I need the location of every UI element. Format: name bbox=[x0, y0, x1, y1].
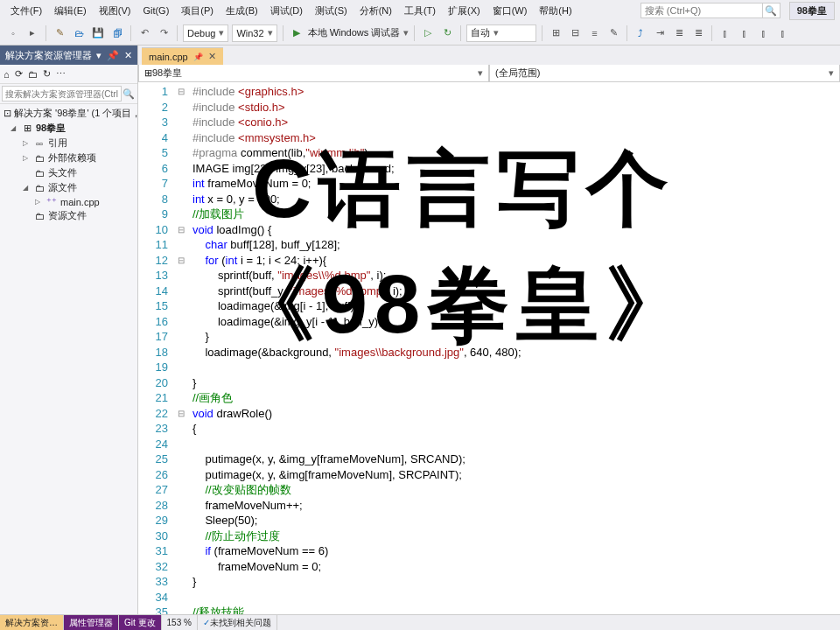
sidebar-header: 解决方案资源管理器 ▾ 📌 ✕ bbox=[0, 46, 137, 65]
sidebar-toolbar: ⌂ ⟳ 🗀 ↻ ⋯ bbox=[0, 65, 137, 84]
toolbar: ◦ ▸ ✎ 🗁 💾 🗐 ↶ ↷ Debug Win32 ▶ 本地 Windows… bbox=[0, 21, 840, 46]
menu-item[interactable]: 生成(B) bbox=[220, 2, 263, 20]
tb-icon-4[interactable]: ✎ bbox=[606, 25, 621, 41]
save-icon[interactable]: 💾 bbox=[90, 25, 106, 41]
menu-item[interactable]: 分析(N) bbox=[354, 2, 397, 20]
status-msg: ✓ 未找到相关问题 bbox=[198, 615, 277, 630]
debug-target[interactable]: 本地 Windows 调试器 bbox=[308, 26, 401, 39]
sidebar-search: 🔍 bbox=[0, 84, 137, 104]
tb-icon-8[interactable]: ≣ bbox=[690, 25, 706, 41]
solution-explorer: 解决方案资源管理器 ▾ 📌 ✕ ⌂ ⟳ 🗀 ↻ ⋯ 🔍 ⊡解决方案 '98拳皇'… bbox=[0, 46, 138, 614]
search-input[interactable] bbox=[640, 3, 763, 18]
scope-project[interactable]: ⊞ 98拳皇 bbox=[138, 65, 489, 81]
tb-icon-2[interactable]: ⊟ bbox=[567, 25, 583, 41]
menu-item[interactable]: Git(G) bbox=[137, 3, 174, 18]
menu-item[interactable]: 扩展(X) bbox=[443, 2, 486, 20]
run-mode-combo[interactable]: 自动 bbox=[466, 24, 536, 42]
start-debug-icon[interactable]: ▶ bbox=[289, 25, 304, 41]
start-nodebug-icon[interactable]: ▷ bbox=[420, 25, 436, 41]
tree-source[interactable]: ◢🗀源文件 bbox=[0, 180, 137, 195]
menu-item[interactable]: 编辑(E) bbox=[49, 2, 92, 20]
search-icon[interactable]: 🔍 bbox=[122, 86, 136, 102]
status-tab-git[interactable]: Git 更改 bbox=[119, 615, 162, 630]
menu-item[interactable]: 调试(D) bbox=[265, 2, 308, 20]
solution-node[interactable]: ⊡解决方案 '98拳皇' (1 个项目，共 bbox=[0, 106, 137, 121]
code-editor[interactable]: 1234567891011121314151617181920212223242… bbox=[138, 82, 840, 614]
search-button[interactable]: 🔍 bbox=[763, 3, 780, 18]
tool-icon[interactable]: ⋯ bbox=[56, 68, 66, 80]
home-icon[interactable]: ⌂ bbox=[4, 69, 10, 80]
menu-item[interactable]: 项目(P) bbox=[176, 2, 219, 20]
tb-icon-3[interactable]: ≡ bbox=[586, 25, 602, 41]
menu-item[interactable]: 测试(S) bbox=[310, 2, 353, 20]
tab-bar: main.cpp 📌 ✕ bbox=[138, 46, 840, 65]
menu-item[interactable]: 工具(T) bbox=[399, 2, 441, 20]
tab-main-cpp[interactable]: main.cpp 📌 ✕ bbox=[142, 47, 223, 65]
tb-icon-5[interactable]: ⤴ bbox=[633, 25, 648, 41]
stop-icon[interactable]: ↻ bbox=[439, 25, 455, 41]
status-zoom[interactable]: 153 % bbox=[162, 615, 198, 630]
sidebar-title: 解决方案资源管理器 bbox=[5, 49, 92, 62]
nav-fwd-icon[interactable]: ▸ bbox=[24, 25, 40, 41]
redo-icon[interactable]: ↷ bbox=[156, 25, 172, 41]
sync-icon[interactable]: ⟳ bbox=[15, 68, 23, 80]
editor-area: main.cpp 📌 ✕ ⊞ 98拳皇 (全局范围) 1234567891011… bbox=[138, 46, 840, 614]
sidebar-search-input[interactable] bbox=[2, 86, 122, 102]
menu-item[interactable]: 视图(V) bbox=[94, 2, 136, 20]
tb-icon-1[interactable]: ⊞ bbox=[548, 25, 564, 41]
platform-combo[interactable]: Win32 bbox=[232, 24, 276, 42]
open-icon[interactable]: 🗁 bbox=[71, 25, 87, 41]
tab-label: main.cpp bbox=[149, 52, 188, 62]
menu-item[interactable]: 文件(F) bbox=[5, 2, 47, 20]
solution-tree: ⊡解决方案 '98拳皇' (1 个项目，共 ◢⊞98拳皇 ▷▫▫引用 ▷🗀外部依… bbox=[0, 104, 137, 614]
status-tab-solution[interactable]: 解决方案资… bbox=[0, 615, 64, 630]
tree-references[interactable]: ▷▫▫引用 bbox=[0, 136, 137, 150]
tb-icon-11[interactable]: ⫿ bbox=[756, 25, 772, 41]
tree-resources[interactable]: 🗀资源文件 bbox=[0, 208, 137, 223]
status-bar: 解决方案资… 属性管理器 Git 更改 153 % ✓ 未找到相关问题 bbox=[0, 614, 840, 630]
tool-icon[interactable]: ↻ bbox=[43, 68, 51, 80]
pin-icon[interactable]: 📌 bbox=[107, 50, 119, 61]
pin-icon[interactable]: ▾ bbox=[96, 50, 102, 61]
project-node[interactable]: ◢⊞98拳皇 bbox=[0, 121, 137, 136]
menu-item[interactable]: 窗口(W) bbox=[487, 2, 533, 20]
nav-back-icon[interactable]: ◦ bbox=[5, 25, 21, 41]
tb-icon-10[interactable]: ⫿ bbox=[737, 25, 752, 41]
pin-icon[interactable]: 📌 bbox=[193, 52, 203, 61]
close-icon[interactable]: ✕ bbox=[124, 50, 132, 61]
tree-external[interactable]: ▷🗀外部依赖项 bbox=[0, 150, 137, 165]
undo-icon[interactable]: ↶ bbox=[136, 25, 152, 41]
title-badge: 98拳皇 bbox=[789, 2, 835, 20]
tb-icon-9[interactable]: ⫿ bbox=[718, 25, 733, 41]
menu-bar: 文件(F)编辑(E)视图(V)Git(G)项目(P)生成(B)调试(D)测试(S… bbox=[0, 0, 840, 21]
save-all-icon[interactable]: 🗐 bbox=[109, 25, 125, 41]
tb-icon-12[interactable]: ⫿ bbox=[775, 25, 791, 41]
status-tab-props[interactable]: 属性管理器 bbox=[64, 615, 119, 630]
tool-icon[interactable]: 🗀 bbox=[28, 69, 38, 80]
tree-headers[interactable]: 🗀头文件 bbox=[0, 165, 137, 180]
menu-item[interactable]: 帮助(H) bbox=[534, 2, 577, 20]
config-combo[interactable]: Debug bbox=[183, 24, 228, 42]
tb-icon-6[interactable]: ⇥ bbox=[652, 25, 668, 41]
new-icon[interactable]: ✎ bbox=[52, 25, 67, 41]
scope-bar: ⊞ 98拳皇 (全局范围) bbox=[138, 65, 840, 82]
tb-icon-7[interactable]: ≣ bbox=[671, 25, 687, 41]
scope-global[interactable]: (全局范围) bbox=[489, 65, 840, 81]
tree-main-cpp[interactable]: ▷⁺⁺main.cpp bbox=[0, 195, 137, 208]
close-icon[interactable]: ✕ bbox=[208, 51, 216, 62]
